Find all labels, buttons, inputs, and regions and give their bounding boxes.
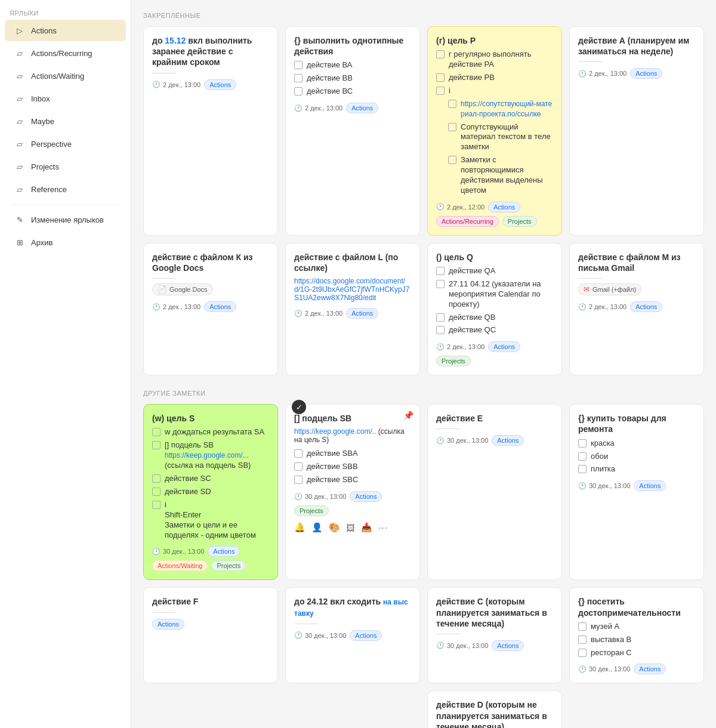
checkbox[interactable] [578,649,587,657]
tag-projects[interactable]: Projects [436,356,471,366]
checkbox[interactable] [152,474,161,483]
tag-actions[interactable]: Actions [492,640,524,651]
item-text: г регулярно выполнять действие РА [449,50,553,70]
checkbox[interactable] [436,267,445,275]
sidebar-item-perspective[interactable]: ▱ Perspective [5,133,126,155]
checkbox[interactable] [448,156,456,164]
checkbox[interactable] [294,74,303,82]
checkbox[interactable] [436,280,445,288]
list-item: музей А [578,622,695,632]
checkbox[interactable] [294,87,303,95]
card-title: действие F [152,596,269,607]
card-title: действие А (планируем им заниматься на н… [578,35,695,57]
checkbox[interactable] [152,428,161,436]
image-icon[interactable]: 🖼 [346,523,355,533]
list-item: [] подцель SBhttps://keep.google.com/...… [152,440,269,471]
card-title: (w) цель S [152,413,269,424]
tag-actions[interactable]: Actions [346,103,378,113]
card-recurring: {} выполнить однотипные действия действи… [285,26,420,236]
other-cards-grid: (w) цель S w дождаться результата SA [] … [143,404,704,728]
checkbox[interactable] [294,476,303,484]
time-badge: 🕐 30 дек., 13:00 [152,548,204,556]
item-link[interactable]: https://сопутствующий-материал-проекта.п… [461,100,552,118]
tag-actions[interactable]: Actions [492,435,524,446]
time-badge: 🕐 2 дек., 13:00 [578,70,626,78]
checkbox[interactable] [294,449,303,458]
checkbox[interactable] [436,87,445,95]
clock-icon: 🕐 [578,482,587,490]
checkbox[interactable] [578,622,587,631]
more-icon[interactable]: ⋯ [378,522,387,533]
tag-waiting[interactable]: Actions/Waiting [152,560,208,571]
subcell-link[interactable]: https://keep.google.com/... [165,451,249,459]
time-badge: 🕐 2 дек., 13:00 [152,81,200,88]
checkbox[interactable] [294,462,303,471]
item-text: действие QA [449,266,495,276]
file-l-link[interactable]: https://docs.google.com/document/d/1G-2t… [294,277,411,302]
item-text: обои [591,452,608,462]
tag-actions[interactable]: Actions [488,341,520,352]
checkbox[interactable] [578,439,587,448]
add-person-icon[interactable]: 👤 [311,522,323,533]
gmail-icon: ✉ [584,285,590,294]
tag-actions[interactable]: Actions [208,546,240,557]
sidebar-item-reference[interactable]: ▱ Reference [5,178,126,200]
checkbox[interactable] [448,123,456,131]
tag-actions[interactable]: Actions [346,308,378,319]
tag-actions[interactable]: Actions [634,664,666,674]
checkbox[interactable] [294,61,303,69]
palette-icon[interactable]: 🎨 [329,522,340,533]
list-item: Сопутствующий материал текстом в теле за… [448,122,553,153]
sidebar-item-projects[interactable]: ▱ Projects [5,156,126,177]
checkbox[interactable] [448,100,456,108]
subcell-sb-link[interactable]: https://keep.google.com/.. [294,427,376,436]
checkbox[interactable] [152,441,161,449]
card-footer: 🕐 2 дек., 13:00 Actions Projects [436,341,553,366]
checkbox[interactable] [152,501,161,509]
tag-projects[interactable]: Projects [294,505,329,516]
sidebar-item-actions-waiting[interactable]: ▱ Actions/Waiting [5,65,126,87]
tag-actions[interactable]: Actions [630,301,662,312]
checkbox[interactable] [152,488,161,496]
source-text: Gmail (+файл) [592,286,636,293]
checkbox[interactable] [578,465,587,473]
tag-actions[interactable]: Actions [634,480,666,491]
tag-actions[interactable]: Actions [350,630,382,641]
checkbox[interactable] [578,636,587,644]
list-item: Заметки с повторяющимися действиями выде… [448,155,553,196]
tag-actions[interactable]: Actions [204,79,236,90]
tag-actions[interactable]: Actions [350,491,382,502]
card-action-a: действие А (планируем им заниматься на н… [569,26,704,236]
list-item: ресторан С [578,648,695,658]
tag-recurring[interactable]: Actions/Recurring [436,216,499,227]
tag-actions[interactable]: Actions [152,619,184,630]
checkbox[interactable] [578,452,587,461]
checkbox[interactable] [436,73,445,82]
item-text: [] подцель SBhttps://keep.google.com/...… [165,440,269,471]
sidebar-item-archive[interactable]: ⊞ Архив [5,232,126,253]
card-footer: 🕐 30 дек., 13:00 Actions [436,640,553,651]
tag-actions[interactable]: Actions [204,301,236,312]
sidebar-item-actions-recurring[interactable]: ▱ Actions/Recurring [5,42,126,64]
waiting-icon: ▱ [14,70,25,81]
card-divider [436,428,460,429]
archive-card-icon[interactable]: 📥 [361,522,372,533]
tag-actions[interactable]: Actions [630,68,662,79]
tag-projects[interactable]: Projects [502,216,537,227]
card-title-link[interactable]: 15.12 [165,36,186,45]
sidebar-item-maybe[interactable]: ▱ Maybe [5,110,126,132]
sidebar-item-edit-labels[interactable]: ✎ Изменение ярлыков [5,209,126,230]
card-goal-q: () цель Q действие QA 27.11 04.12 (указа… [427,243,562,376]
checkbox[interactable] [436,326,445,334]
tag-projects[interactable]: Projects [211,560,246,571]
remind-icon[interactable]: 🔔 [294,522,305,533]
exhibition-link[interactable]: на выставку [294,598,408,618]
archive-icon: ⊞ [14,237,25,248]
checkbox[interactable] [436,313,445,322]
checkbox[interactable] [436,50,445,58]
time-badge: 🕐 2 дек., 13:00 [294,310,342,317]
sidebar-item-actions[interactable]: ▷ Actions [5,20,126,41]
sidebar-item-inbox[interactable]: ▱ Inbox [5,88,126,109]
sidebar-item-label: Reference [31,185,67,194]
tag-actions[interactable]: Actions [488,202,520,212]
